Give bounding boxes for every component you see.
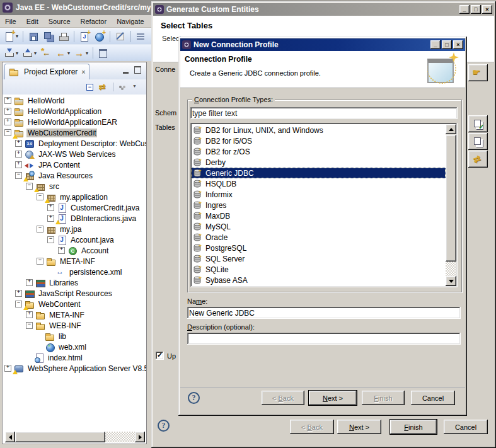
profile-list-item[interactable]: MaxDB bbox=[192, 210, 446, 221]
tree-item[interactable]: +HelloWorld bbox=[3, 95, 146, 106]
refresh-button[interactable] bbox=[468, 151, 488, 168]
profile-list-item[interactable]: Sybase ASA bbox=[192, 275, 446, 285]
select-all-button[interactable] bbox=[468, 115, 488, 132]
tree-expander-icon[interactable]: + bbox=[58, 247, 65, 254]
close-view-icon[interactable]: × bbox=[81, 69, 85, 76]
load-from-button[interactable]: ▾ bbox=[21, 46, 38, 60]
tree-item[interactable]: +JAX-WS Web Services bbox=[3, 149, 146, 159]
tree-expander-icon[interactable]: + bbox=[15, 161, 22, 168]
tree-item[interactable]: +Account bbox=[3, 245, 146, 256]
dropdown-caret-icon[interactable]: ▾ bbox=[34, 50, 37, 56]
dropdown-caret-icon[interactable]: ▾ bbox=[16, 33, 18, 39]
collapse-all-icon[interactable] bbox=[85, 82, 95, 92]
tree-expander-icon[interactable]: − bbox=[37, 258, 43, 265]
tree-expander-icon[interactable]: − bbox=[37, 193, 43, 200]
profile-list-item[interactable]: MySQL bbox=[192, 221, 446, 232]
save-all-button[interactable] bbox=[42, 30, 55, 43]
next-button[interactable]: Next > bbox=[337, 420, 381, 434]
next-button[interactable]: Next > bbox=[309, 391, 357, 405]
tree-item[interactable]: −WebContent bbox=[3, 299, 146, 309]
profile-list-item[interactable]: Oracle bbox=[192, 232, 446, 243]
minimize-icon[interactable]: _ bbox=[459, 5, 470, 14]
save-button[interactable] bbox=[26, 30, 40, 43]
horizontal-scrollbar[interactable] bbox=[5, 432, 145, 442]
profile-list-item[interactable]: HSQLDB bbox=[192, 178, 446, 189]
profile-list-item[interactable]: Informix bbox=[192, 189, 446, 200]
view-menu-icon[interactable] bbox=[117, 82, 127, 92]
tree-item[interactable]: +JavaScript Resources bbox=[3, 288, 146, 299]
cancel-button[interactable]: Cancel bbox=[444, 420, 488, 434]
tree-expander-icon[interactable]: + bbox=[15, 140, 22, 147]
horizontal-scrollbar-thumb[interactable] bbox=[15, 432, 105, 442]
profile-list-item[interactable]: Derby bbox=[192, 157, 446, 168]
forward-button[interactable]: ▾ bbox=[72, 46, 89, 60]
tree-item[interactable]: −my.application bbox=[3, 192, 146, 202]
tree-expander-icon[interactable]: − bbox=[15, 301, 22, 307]
dropdown-caret-icon[interactable]: ▾ bbox=[86, 50, 88, 56]
tree-item[interactable]: +HelloWorldApplicationEAR bbox=[3, 117, 146, 127]
close-icon[interactable]: × bbox=[482, 5, 492, 14]
tree-expander-icon[interactable]: − bbox=[37, 226, 43, 233]
cancel-button[interactable]: Cancel bbox=[411, 391, 455, 405]
profile-list-item[interactable]: Generic JDBC bbox=[192, 168, 446, 178]
profile-list-item[interactable]: DB2 for Linux, UNIX, and Windows bbox=[192, 125, 446, 135]
mark-occurrences-button[interactable] bbox=[113, 30, 127, 43]
type-filter-input[interactable] bbox=[190, 107, 458, 119]
tree-item[interactable]: −META-INF bbox=[3, 256, 146, 267]
tree-item[interactable]: +DBInteractions.java bbox=[3, 213, 146, 224]
dropdown-caret-icon[interactable]: ▾ bbox=[16, 50, 18, 56]
tree-expander-icon[interactable]: − bbox=[26, 183, 33, 190]
maximize-icon[interactable]: □ bbox=[442, 40, 452, 49]
tree-item[interactable]: −WEB-INF bbox=[3, 320, 146, 331]
scroll-down-icon[interactable] bbox=[446, 276, 456, 286]
dropdown-caret-icon[interactable]: ▾ bbox=[67, 50, 70, 56]
tree-expander-icon[interactable]: + bbox=[4, 108, 11, 115]
tree-expander-icon[interactable]: + bbox=[4, 97, 11, 104]
tree-expander-icon[interactable]: − bbox=[4, 129, 11, 136]
new-java-wizard-button[interactable] bbox=[78, 30, 91, 43]
name-input[interactable] bbox=[187, 307, 461, 319]
scrollbar-track[interactable] bbox=[105, 432, 135, 442]
tree-expander-icon[interactable]: − bbox=[47, 236, 54, 243]
vertical-scrollbar-thumb[interactable] bbox=[446, 135, 456, 261]
back-button[interactable]: ▾ bbox=[54, 46, 71, 60]
tree-expander-icon[interactable]: + bbox=[26, 279, 33, 286]
generate-entities-titlebar[interactable]: Generate Custom Entities _□× bbox=[153, 3, 494, 16]
scroll-left-icon[interactable] bbox=[5, 432, 15, 442]
tree-item[interactable]: +CustomerCredit.java bbox=[3, 202, 146, 213]
description-input[interactable] bbox=[187, 333, 461, 345]
profile-list-item[interactable]: DB2 for z/OS bbox=[192, 146, 446, 157]
profile-list-item[interactable]: PostgreSQL bbox=[192, 243, 446, 253]
open-perspective-button[interactable] bbox=[96, 46, 110, 60]
update-checkbox[interactable] bbox=[156, 352, 164, 360]
help-icon[interactable] bbox=[158, 420, 170, 432]
tree-expander-icon[interactable]: + bbox=[47, 204, 54, 211]
tree-expander-icon[interactable]: + bbox=[4, 118, 11, 125]
tree-expander-icon[interactable]: + bbox=[15, 151, 22, 158]
profile-list-item[interactable]: DB2 for i5/OS bbox=[192, 135, 446, 146]
tree-item[interactable]: index.html bbox=[3, 352, 146, 363]
new-connection-button[interactable] bbox=[468, 64, 488, 81]
menu-navigate[interactable]: Navigate bbox=[112, 16, 149, 26]
menu-source[interactable]: Source bbox=[43, 16, 76, 26]
save-to-button[interactable]: ▾ bbox=[3, 46, 20, 60]
tree-item[interactable]: web.xml bbox=[3, 342, 146, 352]
tree-expander-icon[interactable]: + bbox=[15, 290, 22, 297]
tree-expander-icon[interactable]: + bbox=[4, 365, 11, 372]
tab-project-explorer[interactable]: Project Explorer × bbox=[4, 64, 89, 79]
view-menu-chevron-icon[interactable] bbox=[131, 82, 141, 92]
menu-refactor[interactable]: Refactor bbox=[76, 16, 112, 26]
minimize-view-icon[interactable] bbox=[123, 67, 129, 74]
close-icon[interactable]: × bbox=[453, 40, 463, 49]
maximize-icon[interactable]: □ bbox=[471, 5, 481, 14]
tree-expander-icon[interactable]: − bbox=[26, 322, 33, 329]
tree-item[interactable]: −my.jpa bbox=[3, 224, 146, 234]
new-file-button[interactable]: ▾ bbox=[3, 30, 20, 43]
last-edit-location-button[interactable] bbox=[39, 46, 53, 60]
tree-item[interactable]: −Java Resources bbox=[3, 170, 146, 181]
tree-item[interactable]: −src bbox=[3, 181, 146, 192]
tree-expander-icon[interactable]: − bbox=[15, 172, 22, 179]
profile-list-item[interactable]: SQL Server bbox=[192, 253, 446, 264]
tree-item[interactable]: lib bbox=[3, 331, 146, 342]
scroll-right-icon[interactable] bbox=[135, 432, 145, 442]
